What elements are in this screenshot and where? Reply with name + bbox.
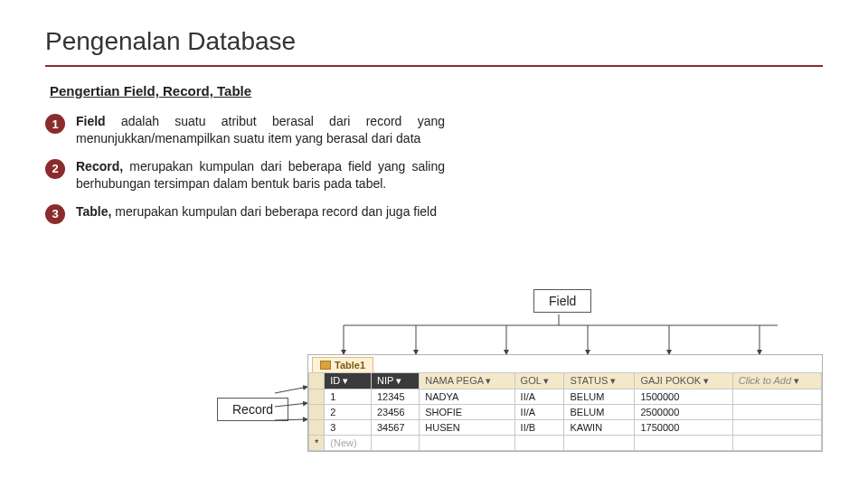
table-cell: II/B: [514, 420, 564, 436]
column-header: [309, 373, 325, 389]
table-cell: 1: [325, 389, 372, 405]
definition-item: 1Field adalah suatu atribut berasal dari…: [45, 113, 868, 147]
column-header: ID ▾: [325, 373, 372, 389]
table-icon: [320, 361, 331, 370]
table-cell: [309, 420, 325, 436]
column-header: Click to Add ▾: [732, 373, 821, 389]
table-cell: 12345: [372, 389, 420, 405]
title-rule: [45, 65, 823, 67]
column-header: GOL ▾: [514, 373, 564, 389]
table-tab-label: Table1: [335, 360, 365, 371]
svg-line-8: [275, 387, 307, 393]
db-table: Table1 ID ▾NIP ▾NAMA PEGA ▾GOL ▾STATUS ▾…: [307, 354, 823, 452]
table-cell: BELUM: [564, 389, 635, 405]
definition-item: 2Record, merupakan kumpulan dari beberap…: [45, 158, 868, 192]
column-header: NAMA PEGA ▾: [420, 373, 514, 389]
table-cell: II/A: [514, 389, 564, 405]
bullet-number: 3: [45, 204, 65, 224]
table-cell: HUSEN: [420, 420, 514, 436]
subtitle: Pengertian Field, Record, Table: [0, 83, 868, 99]
bullet-number: 1: [45, 114, 65, 134]
table-cell: 23456: [372, 405, 420, 420]
table-cell: KAWIN: [564, 420, 635, 436]
table-row: 223456SHOFIEII/ABELUM2500000: [309, 405, 822, 420]
table-cell: BELUM: [564, 405, 635, 420]
table-cell: 1750000: [635, 420, 732, 436]
definition-text: Field adalah suatu atribut berasal dari …: [65, 113, 445, 147]
table-cell: II/A: [514, 405, 564, 420]
column-header: GAJI POKOK ▾: [635, 373, 732, 389]
definition-text: Record, merupakan kumpulan dari beberapa…: [65, 158, 445, 192]
table-cell: 3: [325, 420, 372, 436]
table-cell: 1500000: [635, 389, 732, 405]
table-cell: [309, 405, 325, 420]
table-cell: NADYA: [420, 389, 514, 405]
field-label-box: Field: [533, 289, 591, 313]
definition-item: 3Table, merupakan kumpulan dari beberapa…: [45, 203, 868, 224]
table-cell: SHOFIE: [420, 405, 514, 420]
table-cell: 34567: [372, 420, 420, 436]
record-label-box: Record: [217, 398, 288, 421]
table-row: 334567HUSENII/BKAWIN1750000: [309, 420, 822, 436]
table-row: 112345NADYAII/ABELUM1500000: [309, 389, 822, 405]
column-header: STATUS ▾: [564, 373, 635, 389]
table-cell: 2500000: [635, 405, 732, 420]
table-cell: [309, 389, 325, 405]
table-new-row: *(New): [309, 436, 822, 451]
column-header: NIP ▾: [372, 373, 420, 389]
table-tab: Table1: [312, 357, 373, 372]
bullet-number: 2: [45, 159, 65, 179]
table-cell: 2: [325, 405, 372, 420]
page-title: Pengenalan Database: [0, 0, 868, 65]
definition-text: Table, merupakan kumpulan dari beberapa …: [65, 203, 437, 221]
